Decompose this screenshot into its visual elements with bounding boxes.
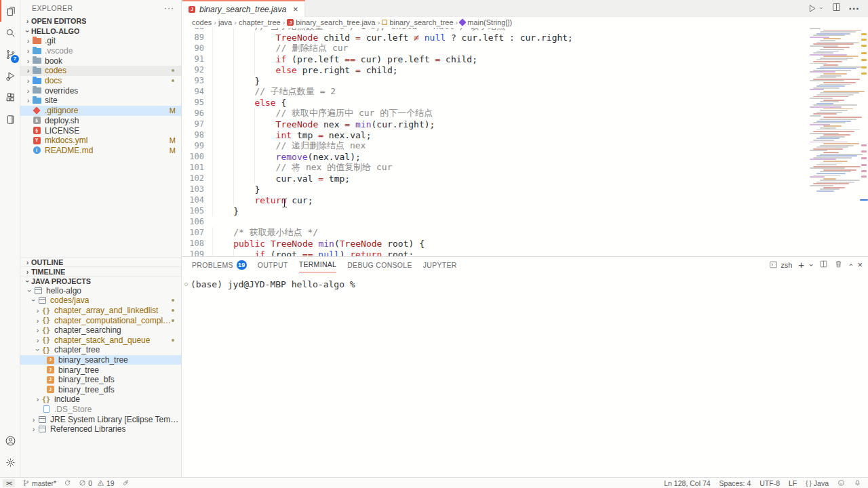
file-type-icon bbox=[32, 77, 41, 85]
file-row[interactable]: ›docs bbox=[20, 76, 181, 86]
line-number: 98 bbox=[182, 130, 208, 140]
terminal-dropdown-icon[interactable]: › bbox=[808, 264, 816, 266]
breadcrumb-item[interactable]: java bbox=[218, 18, 232, 26]
file-row[interactable]: ›.vscode bbox=[20, 46, 181, 56]
file-row[interactable]: Ymkdocs.ymlM bbox=[20, 136, 181, 146]
file-row[interactable]: $deploy.sh bbox=[20, 116, 181, 126]
feedback-smiley-icon[interactable] bbox=[837, 479, 845, 487]
run-debug-icon[interactable] bbox=[0, 65, 20, 87]
java-project-item[interactable]: ›JRE System Library [Eclipse Temurin 17 … bbox=[20, 414, 181, 424]
file-row[interactable]: ›site bbox=[20, 96, 181, 106]
line-number: 104 bbox=[182, 195, 208, 205]
timeline-section[interactable]: › TIMELINE bbox=[20, 266, 181, 276]
file-row[interactable]: ›.git bbox=[20, 36, 181, 46]
more-actions-icon[interactable]: ⋯ bbox=[848, 2, 860, 15]
root-folder-section[interactable]: › HELLO-ALGO bbox=[20, 26, 181, 36]
panel-tab-output[interactable]: OUTPUT bbox=[258, 257, 288, 272]
encoding[interactable]: UTF-8 bbox=[760, 479, 780, 487]
kill-terminal-icon[interactable] bbox=[834, 260, 843, 270]
outline-section[interactable]: › OUTLINE bbox=[20, 257, 181, 266]
breadcrumb-item[interactable]: chapter_tree bbox=[239, 18, 281, 26]
run-button[interactable]: › bbox=[807, 3, 825, 14]
panel-tab-debug-console[interactable]: DEBUG CONSOLE bbox=[347, 257, 412, 272]
java-project-item[interactable]: Jbinary_search_tree bbox=[20, 355, 181, 365]
java-project-item[interactable]: ›{}chapter_searching bbox=[20, 325, 181, 336]
git-branch-item[interactable]: master* bbox=[22, 479, 56, 487]
remote-indicator[interactable]: >< bbox=[3, 479, 15, 487]
item-label: binary_tree_dfs bbox=[58, 385, 115, 394]
split-terminal-icon[interactable] bbox=[819, 260, 828, 270]
java-project-item[interactable]: Jbinary_tree_dfs bbox=[20, 385, 181, 395]
open-editors-section[interactable]: › OPEN EDITORS bbox=[20, 16, 181, 26]
java-projects-section[interactable]: › JAVA PROJECTS bbox=[20, 276, 181, 285]
java-project-item[interactable]: ›hello-algo bbox=[20, 286, 181, 296]
search-icon[interactable] bbox=[0, 22, 20, 43]
file-type-icon bbox=[32, 66, 41, 75]
file-row[interactable]: ›codes bbox=[20, 66, 181, 76]
file-row[interactable]: .gitignoreM bbox=[20, 106, 181, 116]
cursor-position[interactable]: Ln 128, Col 74 bbox=[664, 479, 710, 487]
file-row[interactable]: ›overrides bbox=[20, 85, 181, 96]
indent-guide bbox=[212, 64, 276, 75]
chevron-right-icon: › bbox=[24, 77, 32, 85]
java-project-item[interactable]: ›codes/java bbox=[20, 296, 181, 306]
item-label: include bbox=[54, 394, 80, 404]
java-project-item[interactable]: ›{}chapter_computational_complexity bbox=[20, 315, 181, 325]
close-panel-icon[interactable]: × bbox=[857, 260, 863, 270]
file-row[interactable]: iREADME.mdM bbox=[20, 146, 181, 156]
eol[interactable]: LF bbox=[789, 479, 797, 487]
java-project-item[interactable]: ›{}chapter_tree bbox=[20, 345, 181, 355]
breadcrumb-item[interactable]: codes bbox=[192, 18, 212, 26]
rocket-icon[interactable] bbox=[122, 479, 130, 487]
maximize-panel-icon[interactable]: › bbox=[846, 264, 854, 266]
sync-icon[interactable] bbox=[64, 479, 71, 487]
minimap-line bbox=[810, 176, 825, 178]
new-terminal-icon[interactable]: + bbox=[798, 259, 804, 270]
chevron-right-icon: › bbox=[34, 316, 41, 324]
java-project-item[interactable]: .DS_Store bbox=[20, 405, 181, 415]
project-icon bbox=[35, 287, 42, 294]
chevron-right-icon: › bbox=[24, 86, 32, 94]
language-mode[interactable]: { } Java bbox=[806, 479, 829, 487]
terminal-output[interactable]: (base) jyd@JYD-MBP hello-algo % bbox=[182, 272, 868, 289]
problems-item[interactable]: 0 19 bbox=[79, 479, 115, 487]
code-text: public TreeNode min(TreeNode root) { bbox=[208, 238, 425, 249]
explorer-sidebar: EXPLORER ··· › OPEN EDITORS › HELLO-ALGO… bbox=[20, 0, 182, 477]
item-label: codes bbox=[45, 66, 66, 75]
accounts-icon[interactable] bbox=[0, 430, 20, 451]
minimap[interactable] bbox=[810, 28, 860, 197]
panel-tab-jupyter[interactable]: JUPYTER bbox=[423, 257, 457, 272]
panel-tab-terminal[interactable]: TERMINAL bbox=[299, 257, 337, 272]
split-editor-icon[interactable] bbox=[831, 2, 842, 15]
settings-gear-icon[interactable] bbox=[0, 451, 20, 473]
java-project-item[interactable]: ›{}chapter_array_and_linkedlist bbox=[20, 306, 181, 316]
extensions-icon[interactable] bbox=[0, 87, 20, 108]
java-project-item[interactable]: ›{}include bbox=[20, 394, 181, 405]
file-row[interactable]: §LICENSE bbox=[20, 125, 181, 136]
package-braces-icon: {} bbox=[42, 396, 50, 403]
source-control-icon[interactable]: 7 bbox=[0, 43, 20, 65]
breadcrumb-item[interactable]: binary_search_tree bbox=[382, 18, 453, 26]
java-project-item[interactable]: Jbinary_tree bbox=[20, 365, 181, 375]
explorer-icon[interactable] bbox=[0, 0, 20, 22]
tab-binary-search-tree[interactable]: J binary_search_tree.java × bbox=[182, 0, 305, 17]
item-label: binary_search_tree bbox=[58, 355, 128, 365]
file-row[interactable]: ›book bbox=[20, 56, 181, 66]
java-project-item[interactable]: ›Referenced Libraries bbox=[20, 424, 181, 434]
breadcrumb-item[interactable]: Jbinary_search_tree.java bbox=[287, 18, 375, 26]
indentation[interactable]: Spaces: 4 bbox=[719, 479, 751, 487]
java-project-item[interactable]: Jbinary_tree_bfs bbox=[20, 375, 181, 385]
terminal-shell-selector[interactable]: zsh bbox=[769, 260, 792, 269]
breadcrumb-item[interactable]: main(String[]) bbox=[460, 18, 512, 26]
library-icon bbox=[39, 416, 46, 423]
tab-close-icon[interactable]: × bbox=[293, 4, 298, 14]
code-editor[interactable]: 88// 当子结点数量 = 0 / 1 时, child = null / 该子… bbox=[182, 28, 868, 256]
sidebar-more-icon[interactable]: ··· bbox=[164, 3, 174, 13]
code-token: ( bbox=[334, 239, 340, 249]
file-type-icon: {} bbox=[41, 306, 51, 315]
panel-tab-problems[interactable]: PROBLEMS19 bbox=[192, 257, 247, 272]
notifications-bell-icon[interactable] bbox=[854, 479, 861, 487]
minimap-line bbox=[816, 85, 845, 87]
java-project-item[interactable]: ›{}chapter_stack_and_queue bbox=[20, 336, 181, 346]
notebook-icon[interactable] bbox=[0, 108, 20, 130]
